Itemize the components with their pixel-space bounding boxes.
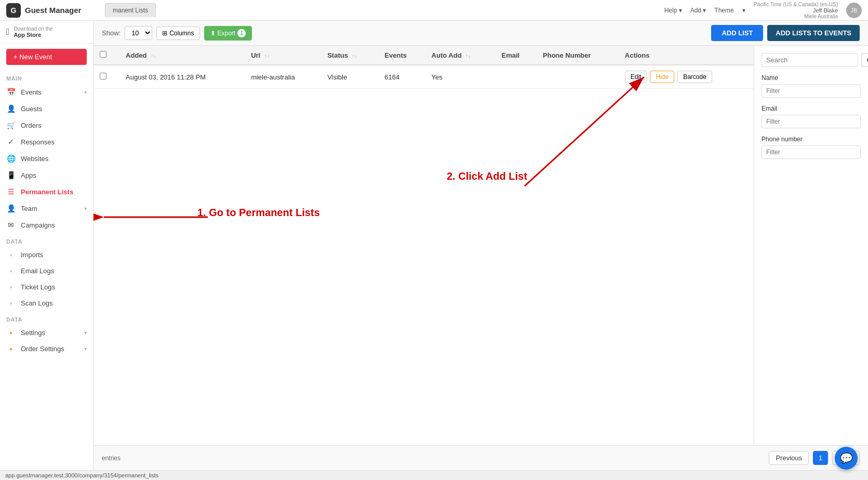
select-all-checkbox[interactable] <box>100 51 106 58</box>
sort-url-icon[interactable]: ↑↓ <box>264 53 270 59</box>
guests-icon: 👤 <box>6 104 16 113</box>
permanent-lists-table: Added ↑↓ Url ↑↓ Status ↑↓ Events Auto Ad… <box>94 46 754 89</box>
sidebar-item-label: Guests <box>21 105 42 113</box>
responses-icon: ✓ <box>6 138 16 146</box>
sidebar-item-team[interactable]: 👤 Team ▾ <box>0 200 93 217</box>
order-settings-icon: ● <box>6 346 16 352</box>
sidebar-item-imports[interactable]: ● Imports <box>0 247 93 263</box>
sidebar-item-guests[interactable]: 👤 Guests <box>0 100 93 117</box>
sort-autoadd-icon[interactable]: ↑↓ <box>465 53 471 59</box>
add-menu[interactable]: Add ▾ <box>690 7 706 14</box>
filter-name-section: Name <box>762 74 861 98</box>
sidebar-section-data2: Data <box>0 311 93 325</box>
row-url: miele-australia <box>245 65 321 89</box>
sidebar-item-apps[interactable]: 📱 Apps <box>0 167 93 183</box>
export-label: Export <box>218 30 236 37</box>
sidebar-item-websites[interactable]: 🌐 Websites <box>0 150 93 167</box>
email-logs-icon: ● <box>6 268 16 274</box>
col-email[interactable]: Email <box>496 46 537 65</box>
col-url[interactable]: Url ↑↓ <box>245 46 321 65</box>
col-checkbox[interactable] <box>94 46 119 65</box>
table-area: Added ↑↓ Url ↑↓ Status ↑↓ Events Auto Ad… <box>94 46 754 445</box>
sidebar-item-label: Order Settings <box>21 345 64 353</box>
annotation-step1: 1. Go to Permanent Lists <box>197 207 320 219</box>
status-url: app.guestmanager.test:3000/company/3154/… <box>5 472 158 478</box>
theme-menu[interactable]: Theme <box>714 7 733 14</box>
col-status[interactable]: Status ↑↓ <box>321 46 378 65</box>
sidebar-item-label: Settings <box>21 329 45 337</box>
col-added[interactable]: Added ↑↓ <box>119 46 245 65</box>
apple-icon:  <box>6 26 10 37</box>
columns-button[interactable]: ⊞ Columns <box>156 26 199 40</box>
col-events[interactable]: Events <box>378 46 425 65</box>
sidebar-item-events[interactable]: 📅 Events ▾ <box>0 84 93 100</box>
scan-logs-icon: ● <box>6 300 16 306</box>
sidebar-item-label: Permanent Lists <box>21 188 73 196</box>
sort-status-icon[interactable]: ↑↓ <box>352 53 357 59</box>
sidebar-item-permanent-lists[interactable]: ☰ Permanent Lists <box>0 183 93 200</box>
sidebar-item-email-logs[interactable]: ● Email Logs <box>0 263 93 279</box>
filter-phone-input[interactable] <box>762 145 861 159</box>
sort-added-icon[interactable]: ↑↓ <box>151 53 156 59</box>
sidebar-item-label: Team <box>21 205 37 212</box>
sidebar-item-scan-logs[interactable]: ● Scan Logs <box>0 295 93 311</box>
col-phone[interactable]: Phone Number <box>537 46 619 65</box>
table-row: August 03, 2016 11:28 PM miele-australia… <box>94 65 754 89</box>
timezone: Pacific Time (US & Canada) (en-US) <box>754 2 838 7</box>
right-panel-header: Clear 🔍 <box>762 53 861 67</box>
add-lists-to-events-button[interactable]: ADD LISTS TO EVENTS <box>767 25 860 41</box>
chat-widget[interactable]: 💬 <box>835 447 858 470</box>
user-company: Miele Australia <box>754 14 838 19</box>
search-input[interactable] <box>762 53 858 67</box>
hide-button[interactable]: Hide <box>650 71 674 83</box>
export-button[interactable]: ⬆ Export 1 <box>204 26 252 41</box>
filter-phone-label: Phone number <box>762 136 861 143</box>
app-store-banner[interactable]:  Download on the App Store <box>0 21 93 44</box>
filter-email-section: Email <box>762 105 861 128</box>
orders-icon: 🛒 <box>6 121 16 129</box>
app-name: Guest Manager <box>25 6 81 15</box>
pagination-bar: entries Previous 1 Next <box>94 445 868 470</box>
previous-button[interactable]: Previous <box>769 451 809 465</box>
sidebar-item-label: Scan Logs <box>21 299 52 307</box>
edit-button[interactable]: Edit <box>625 71 647 83</box>
sidebar-item-label: Events <box>21 88 42 96</box>
order-settings-chevron-icon: ▾ <box>84 346 87 352</box>
table-header-row: Added ↑↓ Url ↑↓ Status ↑↓ Events Auto Ad… <box>94 46 754 65</box>
help-menu[interactable]: Help ▾ <box>664 7 682 14</box>
imports-icon: ● <box>6 252 16 258</box>
filter-name-input[interactable] <box>762 84 861 98</box>
entries-info: entries <box>102 455 121 462</box>
chevron-icon: ▾ <box>84 89 87 95</box>
sidebar-item-ticket-logs[interactable]: ● Ticket Logs <box>0 279 93 295</box>
sidebar-item-settings[interactable]: ● Settings ▾ <box>0 325 93 341</box>
export-badge: 1 <box>237 29 246 37</box>
new-event-button[interactable]: + New Event <box>6 49 87 65</box>
clear-button[interactable]: Clear <box>861 53 868 67</box>
filter-email-input[interactable] <box>762 115 861 128</box>
settings-chevron-icon: ▾ <box>84 330 87 336</box>
content-area: Show: 10 25 50 ⊞ Columns ⬆ Export 1 ADD … <box>94 21 868 470</box>
add-list-button[interactable]: ADD LIST <box>711 25 763 41</box>
row-phone <box>537 65 619 89</box>
action-buttons: Edit Hide Barcode <box>625 71 747 83</box>
barcode-button[interactable]: Barcode <box>677 71 712 83</box>
columns-icon: ⊞ <box>162 30 167 37</box>
right-panel: Clear 🔍 Name Email Phone number <box>754 46 868 445</box>
team-icon: 👤 <box>6 204 16 212</box>
show-select[interactable]: 10 25 50 <box>125 26 152 40</box>
sidebar-item-orders[interactable]: 🛒 Orders <box>0 117 93 134</box>
sidebar-item-label: Websites <box>21 155 48 163</box>
page-1-button[interactable]: 1 <box>813 451 828 465</box>
svg-line-3 <box>525 77 644 186</box>
app-store-line2: App Store <box>14 32 53 38</box>
sidebar-item-order-settings[interactable]: ● Order Settings ▾ <box>0 341 93 357</box>
row-checkbox[interactable] <box>94 65 119 89</box>
sidebar-item-campaigns[interactable]: ✉ Campaigns <box>0 217 93 233</box>
breadcrumb[interactable]: manent Lists <box>105 3 156 17</box>
filter-phone-section: Phone number <box>762 136 861 159</box>
row-select-checkbox[interactable] <box>100 73 106 79</box>
col-auto-add[interactable]: Auto Add ↑↓ <box>425 46 496 65</box>
sidebar-item-responses[interactable]: ✓ Responses <box>0 134 93 150</box>
logo-area: G Guest Manager <box>6 3 100 18</box>
